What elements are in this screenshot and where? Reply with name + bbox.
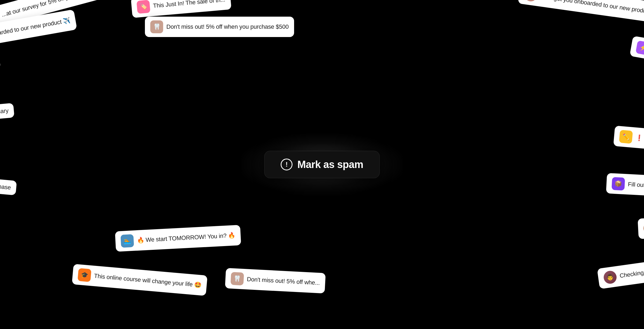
notif-card-fill-survey-right: 📦 Fill out our survey for 5% off y... [606,173,644,199]
notif-icon: 🦷 [230,272,244,285]
notif-icon: 🦷 [150,20,163,33]
notif-text: Checking back in – let's talk busine... [619,259,644,279]
notif-card-dont-miss-top: 🦷 Don't miss out! 5% off when you purcha… [145,17,294,37]
notif-card-coffee: 👨 ☕ Coffee on me [638,215,644,239]
notif-card-online-course: 🎓 This online course will change your li… [72,264,208,296]
notif-card-checking-back: 👨 Checking back in – let's talk busine..… [597,252,644,289]
notif-text: Let's get you onboarded to our new produ… [540,0,644,16]
notif-card-annual-report: annual report summary [0,103,14,124]
notif-card-youin-left: ...you in? 🔥 [0,54,1,76]
notif-card-have-you-tried: ✏️ ❗ Have you tried out our ne... [613,126,644,155]
notif-text: This online course will change your life… [94,272,202,289]
mark-spam-label: Mark as spam [297,159,363,170]
notif-text: ...r 5% off your next purchase [0,178,11,191]
spam-circle-icon [281,159,292,170]
notif-card-this-just-in: 🏷️ This Just In! The sale of th... [131,0,231,18]
mark-spam-button[interactable]: Mark as spam [265,151,379,178]
notif-avatar: 👩 [524,0,538,2]
notif-avatar: 👨 [603,270,617,284]
notif-text: Fill out our survey for 5% off y... [628,181,644,192]
notif-text: Don't miss out! 5% off whe... [247,276,320,286]
mark-spam-button-area[interactable]: Mark as spam [252,142,392,187]
notif-card-10x-sales: ⚡ 💰💥 10x your sales team... [630,36,644,73]
notif-text: annual report summary [0,107,9,119]
notif-card-5off-bottom-left: ...r 5% off your next purchase [0,173,17,195]
notif-icon: 🏊 [120,234,134,248]
notif-text: This Just In! The sale of th... [153,0,225,9]
notif-text: 🔥 We start TOMORROW! You in? 🔥 [137,232,236,244]
notif-card-dont-miss-bottom: 🦷 Don't miss out! 5% off whe... [225,268,325,293]
notif-icon: 📦 [612,177,625,191]
notif-icon: ⚡ [635,41,644,56]
notif-text: Don't miss out! 5% off when you purchase… [166,23,289,30]
notif-icon: 🎓 [78,268,92,282]
notif-card-onboarded-top-right: 👩 Let's get you onboarded to our new pro… [518,0,644,24]
notif-icon: ✏️ [619,130,633,144]
notif-card-tomorrow: 🏊 🔥 We start TOMORROW! You in? 🔥 [115,225,241,252]
notif-text: ❗ Have you tried out our ne... [635,134,644,148]
notif-icon: 🏷️ [137,0,151,14]
